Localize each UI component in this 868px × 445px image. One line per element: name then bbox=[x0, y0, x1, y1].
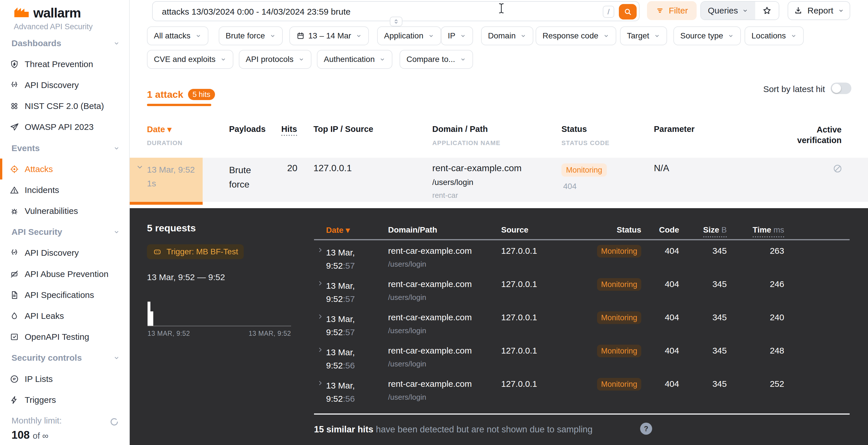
sidebar-item-openapi-testing[interactable]: OpenAPI Testing bbox=[0, 327, 129, 347]
filter-chip-response-code[interactable]: Response code bbox=[536, 26, 616, 45]
filter-chip-source-type[interactable]: Source type bbox=[673, 26, 741, 45]
chevron-down-icon bbox=[195, 33, 202, 39]
filter-chip-domain[interactable]: Domain bbox=[481, 26, 533, 45]
chevron-right-icon[interactable] bbox=[317, 346, 324, 353]
droplet-icon bbox=[9, 311, 20, 321]
request-row[interactable]: 13 Mar,9:52:56rent-car-example.com/users… bbox=[130, 376, 868, 409]
column-header-payloads: Payloads bbox=[229, 125, 266, 134]
chevron-down-icon bbox=[220, 56, 226, 63]
favorite-query-button[interactable] bbox=[755, 2, 779, 20]
monthly-limit-value: 108 of ∞ bbox=[11, 429, 49, 441]
sidebar-item-nist-csf-2-0-beta[interactable]: NIST CSF 2.0 (Beta) bbox=[0, 96, 129, 117]
filter-chip-ip[interactable]: IP bbox=[441, 26, 473, 45]
sidebar-item-owasp-api-2023[interactable]: OWASP API 2023 bbox=[0, 117, 129, 138]
attack-source-ip: 127.0.0.1 bbox=[313, 163, 352, 173]
star-icon bbox=[762, 5, 772, 16]
request-domain: rent-car-example.com bbox=[388, 246, 472, 256]
attack-parameter: N/A bbox=[654, 163, 669, 173]
active-verification-disabled-icon[interactable] bbox=[832, 164, 843, 174]
column-subheader-duration: DURATION bbox=[147, 139, 183, 147]
requests-header-status: Status bbox=[597, 226, 641, 235]
request-status-badge: Monitoring bbox=[597, 378, 641, 390]
request-size: 345 bbox=[691, 379, 727, 389]
collapse-search-handle[interactable] bbox=[390, 16, 402, 26]
requests-header-date[interactable]: Date ▾ bbox=[326, 226, 350, 235]
sort-toggle[interactable] bbox=[831, 82, 851, 94]
document-icon bbox=[9, 290, 20, 300]
requests-header-size[interactable]: Size B bbox=[679, 226, 727, 237]
search-input[interactable]: attacks 13/03/2024 0:00 - 14/03/2024 23:… bbox=[162, 7, 350, 16]
requests-header-code: Code bbox=[645, 226, 679, 235]
text-cursor bbox=[498, 3, 505, 14]
requests-header-time[interactable]: Time ms bbox=[731, 226, 784, 237]
filter-chip-application[interactable]: Application bbox=[377, 26, 441, 45]
section-header-api-security[interactable]: API Security bbox=[0, 221, 129, 243]
section-header-security-controls[interactable]: Security controls bbox=[0, 347, 129, 369]
sidebar-item-incidents[interactable]: Incidents bbox=[0, 179, 129, 200]
request-row[interactable]: 13 Mar,9:52:57rent-car-example.com/users… bbox=[130, 243, 868, 276]
product-subtitle: Advanced API Security bbox=[14, 22, 93, 31]
column-header-date[interactable]: Date ▾ bbox=[147, 125, 172, 134]
section-header-events[interactable]: Events bbox=[0, 138, 129, 159]
requests-header-divider bbox=[314, 239, 849, 240]
chevron-right-icon[interactable] bbox=[317, 380, 324, 386]
filter-chip-authentication[interactable]: Authentication bbox=[317, 50, 392, 69]
sidebar-item-api-abuse-prevention[interactable]: API Abuse Prevention bbox=[0, 264, 129, 284]
filter-chip-target[interactable]: Target bbox=[620, 26, 667, 45]
request-domain: rent-car-example.com bbox=[388, 346, 472, 355]
chevron-down-icon[interactable] bbox=[136, 164, 144, 171]
chevron-down-icon bbox=[790, 33, 797, 39]
tab-attacks[interactable]: 1 attack 5 hits bbox=[147, 89, 215, 100]
chevron-right-icon[interactable] bbox=[317, 280, 324, 287]
attack-date: 13 Mar, 9:521s bbox=[147, 163, 195, 191]
wallarm-logo[interactable]: wallarm bbox=[14, 5, 81, 21]
filter-chip-api-protocols[interactable]: API protocols bbox=[239, 50, 311, 69]
filter-chip-all-attacks[interactable]: All attacks bbox=[147, 26, 208, 45]
sidebar-item-api-discovery[interactable]: API Discovery bbox=[0, 243, 129, 264]
queries-button[interactable]: Queries bbox=[701, 2, 755, 20]
request-row[interactable]: 13 Mar,9:52:57rent-car-example.com/users… bbox=[130, 276, 868, 310]
request-status-badge: Monitoring bbox=[597, 345, 641, 357]
request-code: 404 bbox=[645, 312, 679, 322]
filter-chip-13-14-mar[interactable]: 13 – 14 Mar bbox=[289, 26, 369, 45]
sidebar-item-attacks[interactable]: Attacks bbox=[0, 159, 129, 179]
sidebar-item-api-discovery[interactable]: API Discovery bbox=[0, 74, 129, 96]
attack-row[interactable]: 13 Mar, 9:521s Brute force 20 127.0.0.1 … bbox=[130, 158, 868, 205]
filter-button[interactable]: Filter bbox=[647, 1, 696, 20]
ip-circle-icon: IP bbox=[9, 374, 20, 384]
column-header-top-ip: Top IP / Source bbox=[313, 125, 373, 134]
request-code: 404 bbox=[645, 246, 679, 256]
request-row[interactable]: 13 Mar,9:52:57rent-car-example.com/users… bbox=[130, 310, 868, 343]
filter-chip-locations[interactable]: Locations bbox=[745, 26, 804, 45]
attack-path: /users/login bbox=[432, 178, 473, 187]
chevron-down-icon bbox=[727, 33, 734, 39]
section-header-dashboards[interactable]: Dashboards bbox=[0, 33, 129, 54]
sidebar-item-triggers[interactable]: Triggers bbox=[0, 389, 129, 410]
chevron-down-icon bbox=[460, 33, 466, 39]
report-button[interactable]: Report bbox=[787, 1, 850, 20]
request-date: 13 Mar,9:52:57 bbox=[326, 246, 355, 272]
request-row[interactable]: 13 Mar,9:52:56rent-car-example.com/users… bbox=[130, 343, 868, 376]
request-source: 127.0.0.1 bbox=[501, 312, 537, 322]
filter-chip-brute-force[interactable]: Brute force bbox=[219, 26, 283, 45]
sidebar-item-api-specifications[interactable]: API Specifications bbox=[0, 284, 129, 305]
main-content: attacks 13/03/2024 0:00 - 14/03/2024 23:… bbox=[130, 0, 868, 445]
search-button[interactable] bbox=[619, 4, 637, 20]
chevron-right-icon[interactable] bbox=[317, 313, 324, 320]
request-date: 13 Mar,9:52:57 bbox=[326, 312, 355, 339]
chevron-right-icon[interactable] bbox=[317, 247, 324, 253]
chevron-down-icon bbox=[603, 33, 609, 39]
sidebar-item-vulnerabilities[interactable]: Vulnerabilities bbox=[0, 201, 129, 221]
target-icon bbox=[9, 164, 20, 174]
help-icon[interactable]: ? bbox=[640, 423, 652, 435]
chevron-down-icon bbox=[113, 354, 120, 361]
status-badge: Monitoring bbox=[561, 164, 607, 177]
filter-chip-cve-and-exploits[interactable]: CVE and exploits bbox=[147, 50, 234, 69]
column-header-hits[interactable]: Hits bbox=[281, 125, 297, 134]
sidebar-item-threat-prevention[interactable]: Threat Prevention bbox=[0, 54, 129, 74]
attack-details-panel: 5 requests Trigger: MB BF-Test 13 Mar, 9… bbox=[130, 208, 868, 445]
filter-chip-compare-to[interactable]: Compare to... bbox=[400, 50, 473, 69]
attack-status-code: 404 bbox=[563, 182, 577, 191]
sidebar-item-ip-lists[interactable]: IPIP Lists bbox=[0, 369, 129, 389]
sidebar-item-api-leaks[interactable]: API Leaks bbox=[0, 305, 129, 326]
